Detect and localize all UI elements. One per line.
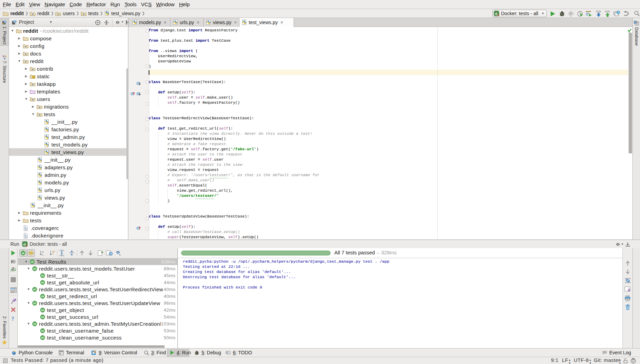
svg-text:ok: ok [33,302,36,304]
svg-text:ok: ok [41,309,44,311]
svg-text:ok: ok [41,274,44,277]
svg-text:ok: ok [41,316,44,318]
svg-text:ok: ok [41,336,44,339]
svg-text:z: z [42,254,43,256]
svg-text:a: a [42,251,43,253]
svg-text:ok: ok [33,323,36,325]
svg-text:ok: ok [33,267,36,270]
svg-text:ok: ok [22,252,24,254]
svg-text:dj: dj [495,12,498,16]
svg-text:ok: ok [31,261,33,263]
svg-text:dj: dj [23,243,26,246]
svg-text:ok: ok [41,295,44,297]
svg-text:ok: ok [41,281,44,284]
svg-text:ok: ok [41,330,44,332]
svg-text:ok: ok [33,288,36,291]
